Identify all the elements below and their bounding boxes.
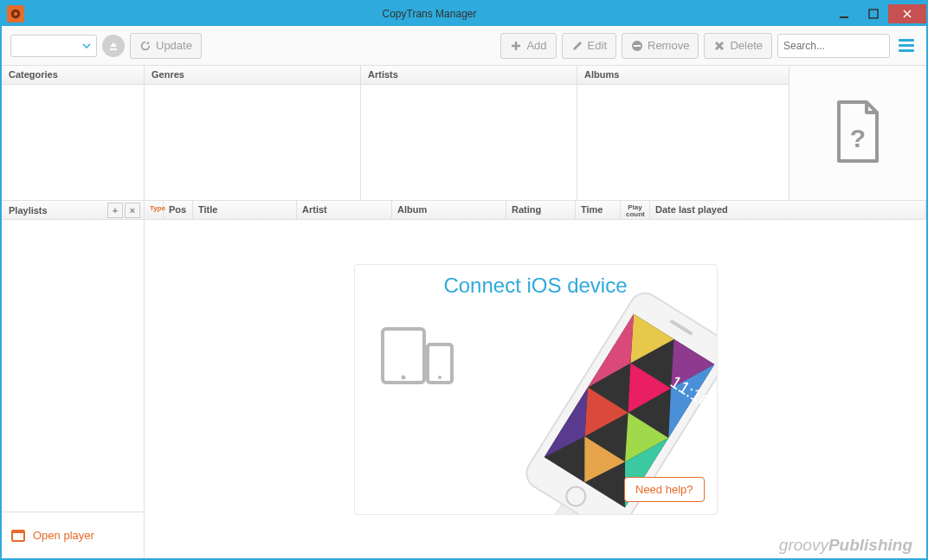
body-area: Categories Genres Artists Albums ? [2,66,926,558]
remove-playlist-button[interactable]: × [125,203,140,218]
devices-icon [381,325,454,386]
add-button[interactable]: Add [500,33,556,59]
mid-row: Playlists + × Open player Type [2,201,926,558]
col-pos[interactable]: Pos [164,201,193,219]
svg-rect-10 [383,329,424,383]
device-dropdown[interactable] [10,35,97,57]
albums-header: Albums [577,66,789,85]
svg-rect-5 [634,45,641,47]
refresh-icon [139,40,151,52]
app-window: CopyTrans Manager Update Add Edit [0,0,928,560]
track-header: Type Pos Title Artist Album Rating Time … [145,201,926,220]
col-rating[interactable]: Rating [506,201,576,219]
menu-button[interactable] [895,35,918,57]
minus-circle-icon [631,40,643,52]
open-player-label: Open player [33,529,94,542]
svg-point-11 [401,375,405,379]
left-column: Playlists + × Open player [2,201,145,558]
col-date-last-played[interactable]: Date last played [650,201,926,219]
col-artist[interactable]: Artist [297,201,392,219]
track-content: Connect iOS device [145,220,926,558]
update-label: Update [156,39,192,52]
svg-rect-3 [869,10,878,18]
edit-label: Edit [588,39,607,52]
col-play-count[interactable]: Play count [621,201,650,219]
player-icon [10,528,26,544]
artists-header: Artists [361,66,577,85]
plus-icon [510,40,522,52]
svg-point-1 [14,12,17,16]
close-button[interactable] [888,4,926,23]
add-label: Add [526,39,546,52]
svg-rect-9 [12,531,24,533]
col-album[interactable]: Album [392,201,506,219]
artists-panel: Artists [361,66,577,200]
main-column: Type Pos Title Artist Album Rating Time … [145,201,926,558]
eject-button[interactable] [102,35,125,57]
playlists-label: Playlists [9,205,48,216]
edit-button[interactable]: Edit [562,33,616,59]
playlists-list[interactable] [2,220,144,512]
update-button[interactable]: Update [130,33,202,59]
categories-header: Categories [2,66,144,85]
open-player-button[interactable]: Open player [2,512,144,558]
need-help-button[interactable]: Need help? [624,477,705,502]
delete-label: Delete [730,39,763,52]
app-icon [7,5,24,23]
search-input[interactable] [783,40,913,52]
categories-panel: Categories [2,66,145,200]
remove-button[interactable]: Remove [622,33,699,59]
pencil-icon [571,40,583,52]
col-type[interactable]: Type [145,201,164,219]
genres-list[interactable] [145,85,360,200]
chevron-down-icon [82,42,91,50]
artwork-panel: ? [789,66,926,200]
svg-rect-2 [840,16,848,18]
connect-card: Connect iOS device [354,264,718,515]
window-title: CopyTrans Manager [29,8,829,20]
maximize-button[interactable] [859,4,888,23]
minimize-button[interactable] [829,4,859,23]
watermark: groovyPublishing [779,536,912,555]
genres-panel: Genres [145,66,361,200]
titlebar: CopyTrans Manager [2,2,926,26]
playlists-header: Playlists + × [2,201,144,220]
add-playlist-button[interactable]: + [107,203,123,218]
browser-row: Categories Genres Artists Albums ? [2,66,926,201]
remove-label: Remove [648,39,689,52]
toolbar: Update Add Edit Remove Delete [2,26,926,66]
genres-header: Genres [145,66,360,85]
artists-list[interactable] [361,85,577,200]
x-icon [713,40,725,52]
albums-panel: Albums [577,66,789,200]
svg-text:?: ? [850,124,866,152]
delete-button[interactable]: Delete [704,33,772,59]
search-box[interactable] [777,34,890,58]
col-time[interactable]: Time [576,201,621,219]
albums-list[interactable] [577,85,789,200]
categories-list[interactable] [2,85,144,200]
col-title[interactable]: Title [193,201,297,219]
unknown-file-icon: ? [832,100,884,165]
svg-point-13 [438,376,441,379]
eject-icon [108,41,119,51]
